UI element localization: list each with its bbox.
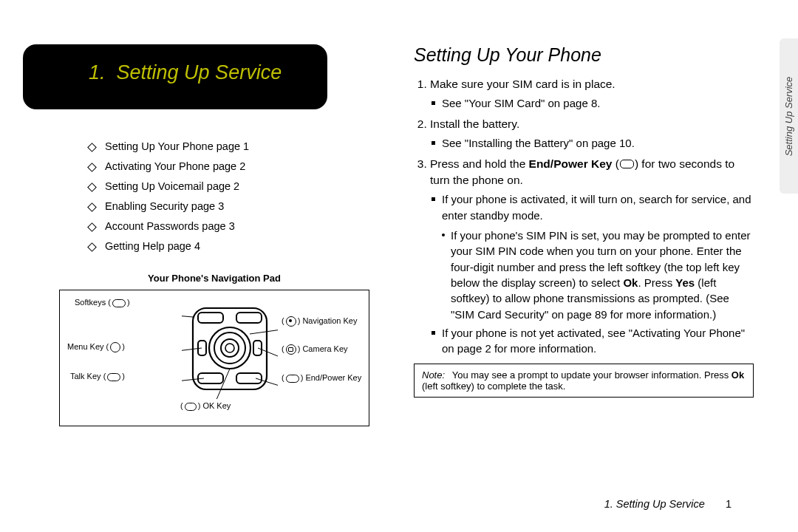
step-2a: See "Installing the Battery" on page 10. bbox=[432, 135, 754, 151]
label-softkeys: Softkeys () bbox=[75, 298, 130, 307]
navpad-title: Your Phone's Navigation Pad bbox=[59, 273, 369, 284]
label-okkey: () OK Key bbox=[180, 401, 231, 411]
svg-rect-1 bbox=[198, 313, 223, 323]
ok-icon bbox=[185, 403, 197, 411]
step-1: Make sure your SIM card is in place. See… bbox=[430, 76, 754, 112]
svg-line-14 bbox=[250, 330, 278, 334]
svg-point-7 bbox=[221, 339, 239, 357]
section-title: Setting Up Your Phone bbox=[414, 44, 754, 66]
side-tab: Setting Up Service bbox=[780, 38, 798, 194]
nav-icon bbox=[286, 316, 296, 327]
talk-icon bbox=[107, 373, 120, 381]
svg-point-5 bbox=[209, 327, 250, 369]
svg-rect-2 bbox=[236, 313, 262, 323]
svg-line-11 bbox=[182, 313, 193, 317]
svg-rect-10 bbox=[253, 341, 262, 355]
step-3-sub2: If your phone's SIM PIN is set, you may … bbox=[442, 228, 754, 322]
note-label: Note: bbox=[422, 369, 445, 381]
manual-page: 1. Setting Up Service Setting Up Service… bbox=[0, 0, 798, 532]
toc-item: Getting Help page 4 bbox=[89, 240, 369, 252]
note-box: Note: You may see a prompt to update you… bbox=[414, 364, 754, 398]
right-column: Setting Up Your Phone Make sure your SIM… bbox=[414, 30, 754, 498]
svg-point-6 bbox=[214, 332, 245, 364]
step-1a: See "Your SIM Card" on page 8. bbox=[432, 95, 754, 111]
toc-item: Account Passwords page 3 bbox=[89, 220, 369, 232]
svg-rect-4 bbox=[236, 373, 262, 383]
navpad-diagram: Softkeys () Menu Key () Talk Key () () N… bbox=[59, 290, 369, 426]
label-talkkey: Talk Key () bbox=[70, 372, 125, 381]
step-2: Install the battery. See "Installing the… bbox=[430, 116, 754, 151]
toc-item: Setting Up Voicemail page 2 bbox=[89, 180, 369, 192]
menu-icon bbox=[110, 342, 120, 352]
navpad-illustration bbox=[182, 299, 278, 399]
camera-icon bbox=[286, 344, 296, 355]
endpower-icon bbox=[286, 375, 299, 383]
step-3-sub3: If your phone is not yet activated, see … bbox=[432, 325, 754, 357]
note-body: You may see a prompt to update your brow… bbox=[422, 369, 744, 392]
step-list: Make sure your SIM card is in place. See… bbox=[414, 76, 754, 356]
step-3: Press and hold the End/Power Key () for … bbox=[430, 156, 754, 357]
toc-list: Setting Up Your Phone page 1 Activating … bbox=[59, 140, 369, 252]
svg-rect-0 bbox=[193, 308, 267, 389]
label-camerakey: () Camera Key bbox=[282, 344, 348, 355]
toc-item: Enabling Security page 3 bbox=[89, 200, 369, 212]
toc-item: Setting Up Your Phone page 1 bbox=[89, 140, 369, 152]
step-3-sub: If your phone is activated, it will turn… bbox=[432, 191, 754, 223]
label-endpower: () End/Power Key bbox=[282, 373, 361, 383]
svg-point-8 bbox=[225, 344, 234, 352]
endpower-inline-icon bbox=[620, 160, 634, 168]
left-column: Setting Up Your Phone page 1 Activating … bbox=[59, 30, 369, 498]
label-navkey: () Navigation Key bbox=[282, 316, 357, 327]
page-footer: 1. Setting Up Service1 bbox=[59, 498, 754, 510]
label-menukey: Menu Key () bbox=[67, 342, 125, 352]
toc-item: Activating Your Phone page 2 bbox=[89, 160, 369, 172]
softkey-icon bbox=[112, 299, 126, 307]
